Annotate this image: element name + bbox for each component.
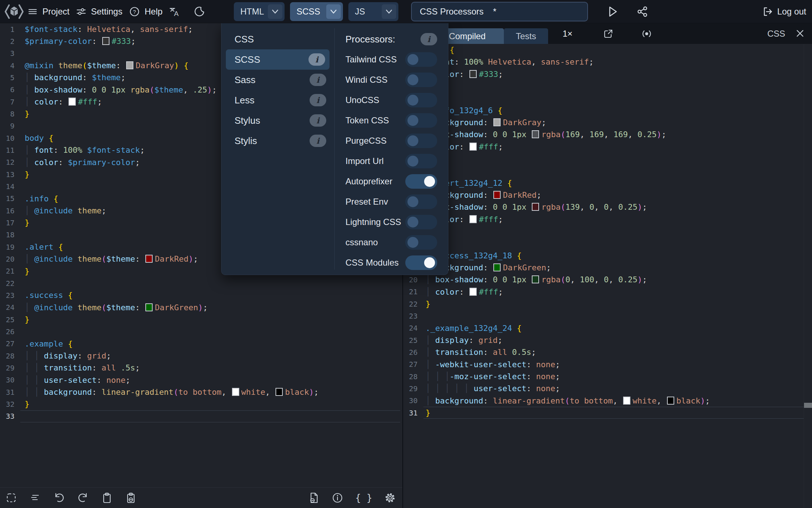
braces-icon[interactable]: { } — [355, 492, 372, 503]
code-line[interactable]: 7│ background: DarkGray; — [403, 116, 812, 128]
toggle-switch[interactable] — [405, 215, 437, 229]
toggle-switch[interactable] — [405, 255, 437, 270]
logout-button[interactable]: Log out — [762, 0, 806, 23]
code-line[interactable]: 29│ │ transition: all .5s; — [0, 362, 402, 374]
code-line[interactable]: 28│ │ │-moz-user-select: none; — [403, 370, 812, 382]
code-line[interactable]: 19│ background: DarkGreen; — [403, 262, 812, 274]
menu-project[interactable]: Project — [28, 0, 70, 23]
redo-icon[interactable] — [77, 492, 89, 504]
code-line[interactable]: 30│ │ user-select: none; — [0, 374, 402, 386]
run-button[interactable] — [606, 5, 619, 18]
code-line[interactable]: 14│ box-shadow: 0 0 1px rgba(139, 0, 0, … — [403, 201, 812, 213]
language-menu-item[interactable]: Stylusi — [221, 110, 334, 131]
toggle-switch[interactable] — [405, 194, 437, 209]
close-icon[interactable] — [795, 28, 805, 39]
info-badge-icon[interactable]: i — [420, 33, 437, 45]
code-line[interactable]: 23.success { — [0, 289, 402, 301]
info-badge-icon[interactable]: i — [310, 114, 326, 127]
undo-icon[interactable] — [53, 492, 65, 504]
code-line[interactable]: 22 — [0, 277, 402, 289]
info-icon[interactable] — [332, 492, 343, 504]
code-line[interactable]: 26 — [0, 325, 402, 337]
code-line[interactable]: 31│ │ background: linear-gradient(to bot… — [0, 386, 402, 398]
code-line[interactable]: 26│ transition: all 0.5s; — [403, 346, 812, 358]
code-line[interactable]: 24._example_132g4_24 { — [403, 322, 812, 334]
code-token: $theme — [92, 73, 120, 82]
code-line[interactable]: 6._info_132g4_6 { — [403, 105, 812, 116]
code-line[interactable]: 18._success_132g4_18 { — [403, 250, 812, 262]
code-line[interactable]: 17 — [403, 237, 812, 249]
toggle-switch[interactable] — [405, 73, 437, 87]
code-line[interactable]: 27│ -webkit-user-select: none; — [403, 359, 812, 370]
code-line[interactable]: 21│ color: #fff; — [403, 286, 812, 298]
tab-tests[interactable]: Tests — [504, 28, 548, 44]
moon-icon[interactable] — [194, 0, 204, 23]
gear-icon[interactable] — [384, 492, 396, 504]
editor-tab-scss[interactable]: SCSS — [290, 2, 343, 21]
code-line[interactable]: 32} — [0, 398, 402, 410]
selection-icon[interactable] — [5, 492, 17, 504]
share-button[interactable] — [636, 5, 649, 18]
chevron-down-icon[interactable] — [268, 4, 282, 19]
toggle-switch[interactable] — [405, 113, 437, 128]
code-line[interactable]: 8│ box-shadow: 0 0 1px rgba(169, 169, 16… — [403, 128, 812, 140]
code-line[interactable]: 25} — [0, 314, 402, 325]
open-in-window-icon[interactable] — [602, 28, 614, 40]
info-badge-icon[interactable]: i — [310, 94, 326, 106]
code-line[interactable]: 28│ │ display: grid; — [0, 350, 402, 362]
code-line[interactable]: 33 — [0, 410, 402, 422]
menu-help[interactable]: ? Help — [129, 0, 162, 23]
code-line[interactable]: 5 — [403, 92, 812, 104]
toggle-switch[interactable] — [405, 174, 437, 189]
code-line[interactable]: 13│ background: DarkRed; — [403, 189, 812, 201]
info-badge-icon[interactable]: i — [310, 135, 326, 147]
code-line[interactable]: 23 — [403, 310, 812, 322]
code-line[interactable]: 11 — [403, 165, 812, 177]
code-line[interactable]: 29│ │ │ │ │ user-select: none; — [403, 382, 812, 394]
compiled-css-viewer[interactable]: 1body {2│ font: 100% Helvetica, sans-ser… — [403, 44, 812, 508]
toggle-switch[interactable] — [405, 134, 437, 148]
chevron-down-icon[interactable] — [326, 4, 341, 19]
file-link-icon[interactable] — [308, 492, 320, 504]
code-line[interactable]: 27.example { — [0, 338, 402, 350]
code-line[interactable]: 30│ background: linear-gradient(to botto… — [403, 395, 812, 407]
code-line[interactable]: 10} — [403, 153, 812, 165]
clipboard-icon[interactable] — [101, 492, 113, 504]
language-menu-item[interactable]: CSS — [221, 29, 334, 49]
translate-icon[interactable]: A — [169, 0, 181, 23]
code-line[interactable]: 3│ color: #333; — [403, 68, 812, 80]
line-number: 28 — [403, 372, 418, 381]
code-line[interactable]: 12._alert_132g4_12 { — [403, 177, 812, 189]
code-line[interactable]: 20│ box-shadow: 0 0 1px rgba(0, 100, 0, … — [403, 274, 812, 286]
toggle-switch[interactable] — [405, 93, 437, 107]
format-icon[interactable] — [29, 492, 41, 504]
language-menu-item[interactable]: SCSSi — [226, 49, 330, 70]
toggle-switch[interactable] — [405, 52, 437, 67]
editor-tab-js[interactable]: JS — [348, 2, 398, 21]
code-line[interactable]: 22} — [403, 298, 812, 310]
code-line[interactable]: 25│ display: grid; — [403, 334, 812, 346]
toggle-switch[interactable] — [405, 235, 437, 250]
language-menu-item[interactable]: Stylisi — [221, 131, 334, 151]
broadcast-icon[interactable] — [641, 28, 653, 40]
code-line[interactable]: 9│ color: #fff; — [403, 141, 812, 153]
chevron-down-icon[interactable] — [382, 4, 396, 19]
menu-settings[interactable]: Settings — [76, 0, 123, 23]
language-menu-item[interactable]: Sassi — [221, 70, 334, 90]
scrollbar-thumb[interactable] — [804, 403, 812, 408]
code-line[interactable]: 16} — [403, 225, 812, 237]
code-line[interactable]: 31} — [403, 407, 812, 419]
language-menu-item[interactable]: Lessi — [221, 90, 334, 110]
code-line[interactable]: 4} — [403, 80, 812, 92]
code-line[interactable]: 2│ font: 100% Helvetica, sans-serif; — [403, 56, 812, 68]
code-line[interactable]: 15│ color: #fff; — [403, 213, 812, 225]
zoom-level-button[interactable]: 1× — [563, 23, 572, 44]
info-badge-icon[interactable]: i — [308, 53, 325, 66]
code-line[interactable]: 1body { — [403, 44, 812, 56]
code-line[interactable]: 24│ @include theme($theme: DarkGreen); — [0, 302, 402, 314]
clipboard-scan-icon[interactable] — [125, 492, 137, 504]
info-badge-icon[interactable]: i — [310, 74, 326, 86]
project-title-input[interactable]: CSS Processors * — [411, 2, 588, 21]
toggle-switch[interactable] — [405, 154, 437, 168]
editor-tab-html[interactable]: HTML — [234, 2, 285, 21]
